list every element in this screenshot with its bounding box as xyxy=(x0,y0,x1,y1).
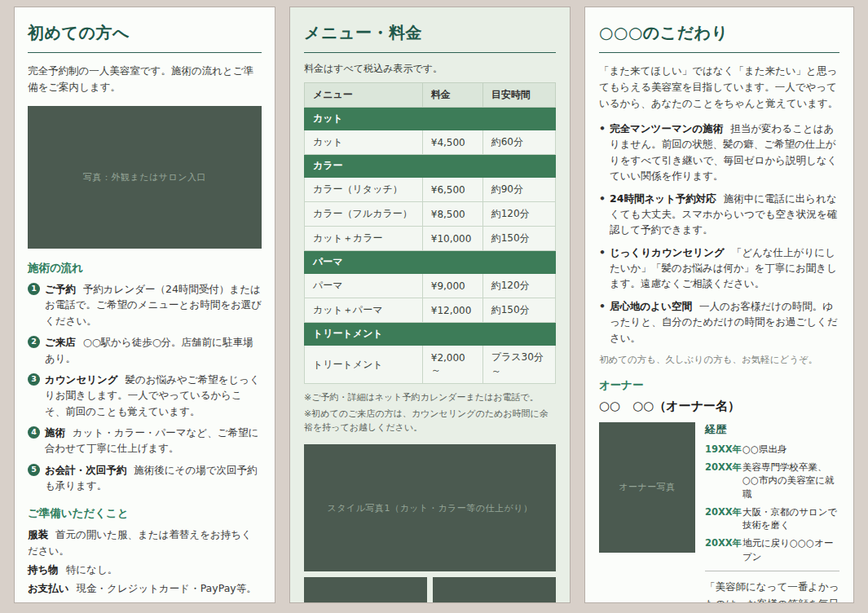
duration-cell: 約120分 xyxy=(482,274,555,298)
photo-caption: オーナー写真 xyxy=(619,481,676,493)
salon-exterior-photo-placeholder: 写真：外観またはサロン入口 xyxy=(28,106,262,249)
prepare-heading: ご準備いただくこと xyxy=(28,506,262,521)
flow-steps-list: 1ご予約予約カレンダー（24時間受付）またはお電話で。ご希望のメニューとお時間を… xyxy=(28,281,262,494)
menu-name-cell: トリートメント xyxy=(305,346,423,384)
owner-heading: オーナー xyxy=(599,378,839,393)
prepare-item: 持ち物特になし。 xyxy=(28,562,262,578)
step-label: 施術 xyxy=(45,426,65,439)
step-label: カウンセリング xyxy=(45,373,118,386)
price-row: カラー（リタッチ）¥6,500約90分 xyxy=(305,178,556,202)
step-text: カウンセリング髪のお悩みやご希望をじっくりお聞きします。一人でやっているからこそ… xyxy=(45,373,260,417)
timeline-year: 19XX年 xyxy=(705,443,742,456)
price-column-header: メニュー xyxy=(305,83,423,108)
price-table: メニュー料金目安時間 カットカット¥4,500約60分カラーカラー（リタッチ）¥… xyxy=(304,82,556,384)
panel-menu-prices: メニュー・料金 料金はすべて税込み表示です。 メニュー料金目安時間 カットカット… xyxy=(289,7,571,603)
step-text: ご予約予約カレンダー（24時間受付）またはお電話で。ご希望のメニューとお時間をお… xyxy=(45,283,262,327)
style-photo-1-placeholder: スタイル写真1（カット・カラー等の仕上がり） xyxy=(304,444,556,571)
duration-cell: 約60分 xyxy=(482,130,555,155)
menu-title: メニュー・料金 xyxy=(304,19,556,53)
price-group-name: カット xyxy=(305,108,556,130)
price-row: カット＋カラー¥10,000約150分 xyxy=(305,227,556,251)
panel-first-visit: 初めての方へ 完全予約制の一人美容室です。施術の流れとご準備をご案内します。 写… xyxy=(14,7,275,603)
first-visit-title: 初めての方へ xyxy=(28,19,262,53)
flow-step: 1ご予約予約カレンダー（24時間受付）またはお電話で。ご希望のメニューとお時間を… xyxy=(28,281,262,329)
menu-name-cell: カラー（リタッチ） xyxy=(305,178,423,202)
step-text: 施術カット・カラー・パーマなど、ご希望に合わせて丁寧に仕上げます。 xyxy=(45,426,258,454)
menu-name-cell: カット＋カラー xyxy=(305,227,423,251)
feature-label: 居心地のよい空間 xyxy=(610,300,692,312)
first-visit-intro: 完全予約制の一人美容室です。施術の流れとご準備をご案内します。 xyxy=(28,63,262,95)
prepare-item-label: 服装 xyxy=(28,528,48,540)
price-row: カラー（フルカラー）¥8,500約120分 xyxy=(305,202,556,227)
timeline-year: 20XX年 xyxy=(705,461,742,501)
menu-name-cell: カット xyxy=(305,130,423,155)
timeline-entry: 19XX年○○県出身 xyxy=(705,443,839,456)
commitment-title: ○○○のこだわり xyxy=(599,19,839,53)
prepare-item: 服装首元の開いた服、または着替えをお持ちください。 xyxy=(28,527,262,559)
style-photo-row: スタイル写真2スタイル写真3 xyxy=(304,577,556,603)
timeline-year: 20XX年 xyxy=(705,505,742,532)
step-label: お会計・次回予約 xyxy=(45,464,126,476)
price-group-row: カット xyxy=(305,108,556,130)
feature-item: 24時間ネット予約対応施術中に電話に出られなくても大丈夫。スマホからいつでも空き… xyxy=(599,191,839,238)
price-cell: ¥10,000 xyxy=(422,227,482,251)
feature-label: 完全マンツーマンの施術 xyxy=(610,122,723,135)
flow-step: 3カウンセリング髪のお悩みやご希望をじっくりお聞きします。一人でやっているからこ… xyxy=(28,372,262,419)
price-row: パーマ¥9,000約120分 xyxy=(305,274,556,298)
step-text: ご来店○○駅から徒歩○分。店舗前に駐車場あり。 xyxy=(45,336,253,364)
price-table-header-row: メニュー料金目安時間 xyxy=(305,83,556,108)
flow-step: 5お会計・次回予約施術後にその場で次回予約も承ります。 xyxy=(28,462,262,494)
timeline-year: 20XX年 xyxy=(705,536,742,563)
feature-list: 完全マンツーマンの施術担当が変わることはありません。前回の状態、髪の癖、ご希望の… xyxy=(599,121,839,346)
step-number-badge: 4 xyxy=(28,426,40,439)
flow-step: 4施術カット・カラー・パーマなど、ご希望に合わせて丁寧に仕上げます。 xyxy=(28,425,262,456)
prepare-item-label: お支払い xyxy=(28,582,69,594)
price-group-row: パーマ xyxy=(305,251,556,274)
photo-caption: 写真：外観またはサロン入口 xyxy=(83,171,206,183)
price-group-row: トリートメント xyxy=(305,323,556,346)
price-cell: ¥2,000～ xyxy=(422,346,482,384)
feature-item: 完全マンツーマンの施術担当が変わることはありません。前回の状態、髪の癖、ご希望の… xyxy=(599,121,839,184)
timeline-entry: 20XX年地元に戻り○○○オープン xyxy=(705,536,839,563)
flow-heading: 施術の流れ xyxy=(28,261,262,276)
price-cell: ¥6,500 xyxy=(422,178,482,202)
duration-cell: 約150分 xyxy=(482,227,555,251)
price-footnotes: ※ご予約・詳細はネット予約カレンダーまたはお電話で。※初めてのご来店の方は、カウ… xyxy=(304,390,556,434)
timeline-text: 地元に戻り○○○オープン xyxy=(742,536,839,563)
step-label: ご来店 xyxy=(45,336,76,348)
menu-name-cell: パーマ xyxy=(305,274,423,298)
casual-note: 初めての方も、久しぶりの方も、お気軽にどうぞ。 xyxy=(599,354,839,366)
flow-step: 2ご来店○○駅から徒歩○分。店舗前に駐車場あり。 xyxy=(28,334,262,366)
timeline-entry: 20XX年大阪・京都のサロンで技術を磨く xyxy=(705,505,839,532)
price-table-body: カットカット¥4,500約60分カラーカラー（リタッチ）¥6,500約90分カラ… xyxy=(305,108,556,384)
price-cell: ¥12,000 xyxy=(422,298,482,323)
step-text: お会計・次回予約施術後にその場で次回予約も承ります。 xyxy=(45,464,257,492)
price-row: トリートメント¥2,000～プラス30分～ xyxy=(305,346,556,384)
price-footnote: ※初めてのご来店の方は、カウンセリングのためお時間に余裕を持ってお越しください。 xyxy=(304,407,556,434)
price-column-header: 料金 xyxy=(422,83,482,108)
feature-label: 24時間ネット予約対応 xyxy=(610,192,716,205)
commitment-intro: 「また来てほしい」ではなく「また来たい」と思ってもらえる美容室を目指しています。… xyxy=(599,63,839,112)
owner-name: ○○ ○○（オーナー名） xyxy=(599,399,839,414)
duration-cell: 約150分 xyxy=(482,298,555,323)
price-cell: ¥8,500 xyxy=(422,202,482,227)
step-label: ご予約 xyxy=(45,283,76,295)
panel-commitment: ○○○のこだわり 「また来てほしい」ではなく「また来たい」と思ってもらえる美容室… xyxy=(584,7,854,603)
menu-name-cell: カラー（フルカラー） xyxy=(305,202,423,227)
career-heading: 経歴 xyxy=(705,422,839,437)
price-row: カット¥4,500約60分 xyxy=(305,130,556,155)
owner-career-column: 経歴 19XX年○○県出身20XX年美容専門学校卒業、○○市内の美容室に就職20… xyxy=(705,422,839,603)
menu-name-cell: カット＋パーマ xyxy=(305,298,423,323)
owner-photo-placeholder: オーナー写真 xyxy=(599,422,695,553)
prepare-item: お支払い現金・クレジットカード・PayPay等。 xyxy=(28,580,262,597)
step-number-badge: 2 xyxy=(28,336,40,348)
price-cell: ¥9,000 xyxy=(422,274,482,298)
timeline-text: 美容専門学校卒業、○○市内の美容室に就職 xyxy=(742,461,839,501)
timeline-text: ○○県出身 xyxy=(742,443,787,456)
feature-item: じっくりカウンセリング「どんな仕上がりにしたいか」「髪のお悩みは何か」を丁寧にお… xyxy=(599,245,839,292)
career-divider xyxy=(705,571,839,571)
price-group-name: カラー xyxy=(305,155,556,178)
price-row: カット＋パーマ¥12,000約150分 xyxy=(305,298,556,323)
price-column-header: 目安時間 xyxy=(482,83,555,108)
prepare-item-label: 持ち物 xyxy=(28,563,59,576)
